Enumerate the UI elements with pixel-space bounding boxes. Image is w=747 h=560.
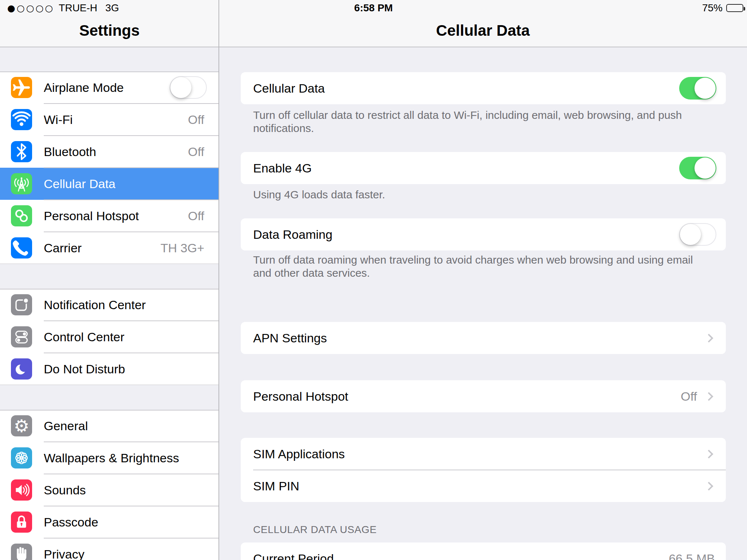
- sidebar-item-do-not-disturb[interactable]: Do Not Disturb: [0, 353, 219, 385]
- sidebar-item-label: Privacy: [44, 547, 84, 560]
- cellular-data-toggle[interactable]: [679, 77, 716, 100]
- group-gap: [0, 264, 219, 289]
- hotspot-icon: [11, 205, 32, 226]
- current-period-row: Current Period 66.5 MB: [241, 542, 726, 560]
- bluetooth-icon: [11, 141, 32, 162]
- cellular-data-row: Cellular Data: [241, 72, 726, 104]
- enable-4g-row: Enable 4G: [241, 152, 726, 184]
- toggle-knob: [694, 78, 716, 99]
- group-gap: [0, 385, 219, 410]
- sidebar-item-label: Airplane Mode: [44, 81, 124, 95]
- passcode-lock-icon: [11, 512, 32, 533]
- status-right: 75%: [702, 0, 743, 16]
- enable-4g-toggle[interactable]: [679, 157, 716, 179]
- sidebar-item-wifi[interactable]: Wi-Fi Off: [0, 104, 219, 136]
- row-value: 66.5 MB: [669, 552, 715, 560]
- sounds-icon: [11, 479, 32, 501]
- row-label: APN Settings: [253, 331, 327, 345]
- airplane-icon: [11, 77, 32, 98]
- data-roaming-card: Data Roaming: [241, 218, 726, 250]
- sidebar-title: Settings: [0, 22, 219, 39]
- data-roaming-footnote: Turn off data roaming when traveling to …: [253, 253, 713, 280]
- privacy-hand-icon: [11, 544, 32, 560]
- sidebar-group-general: ⚙ General Wallpapers & Brightness Sounds…: [0, 410, 219, 560]
- sidebar-item-general[interactable]: ⚙ General: [0, 410, 219, 442]
- navigation-bar: ●○○○○ TRUE-H 3G 6:58 PM 75% Settings Cel…: [0, 0, 747, 47]
- sidebar-item-label: Wallpapers & Brightness: [44, 451, 179, 465]
- chevron-right-icon: [704, 482, 713, 490]
- airplane-mode-toggle[interactable]: [170, 76, 207, 99]
- sidebar-item-value: TH 3G+: [160, 241, 204, 255]
- sim-card-group: SIM Applications SIM PIN: [241, 438, 726, 502]
- battery-icon: [726, 4, 743, 12]
- sidebar-group-centers: Notification Center Control Center Do No…: [0, 289, 219, 385]
- sim-applications-row[interactable]: SIM Applications: [241, 438, 726, 470]
- personal-hotspot-card: Personal Hotspot Off: [241, 380, 726, 412]
- sidebar-item-label: Sounds: [44, 483, 86, 497]
- sidebar-item-carrier[interactable]: Carrier TH 3G+: [0, 232, 219, 264]
- cellular-data-card: Cellular Data: [241, 72, 726, 104]
- sidebar-item-label: Control Center: [44, 330, 124, 344]
- wifi-icon: [11, 109, 32, 130]
- data-roaming-row: Data Roaming: [241, 218, 726, 250]
- chevron-right-icon: [704, 392, 713, 401]
- sidebar-item-airplane-mode[interactable]: Airplane Mode: [0, 71, 219, 104]
- sidebar-item-value: Off: [188, 209, 204, 223]
- row-label: Data Roaming: [253, 228, 332, 242]
- row-label: SIM PIN: [253, 479, 299, 493]
- pane-divider: [218, 0, 219, 560]
- settings-sidebar: Airplane Mode Wi-Fi Off Bluetooth Off: [0, 47, 219, 560]
- cellular-data-pane: Cellular Data Turn off cellular data to …: [219, 47, 747, 560]
- cellular-icon: [11, 173, 32, 194]
- personal-hotspot-row[interactable]: Personal Hotspot Off: [241, 380, 726, 412]
- row-label: Personal Hotspot: [253, 389, 348, 404]
- sidebar-group-radios: Airplane Mode Wi-Fi Off Bluetooth Off: [0, 71, 219, 264]
- carrier-phone-icon: [11, 237, 32, 258]
- data-roaming-toggle[interactable]: [679, 223, 716, 246]
- sidebar-item-passcode[interactable]: Passcode: [0, 506, 219, 538]
- current-period-card: Current Period 66.5 MB: [241, 542, 726, 560]
- sidebar-item-personal-hotspot[interactable]: Personal Hotspot Off: [0, 200, 219, 232]
- sidebar-item-notification-center[interactable]: Notification Center: [0, 289, 219, 321]
- sim-pin-row[interactable]: SIM PIN: [241, 470, 726, 502]
- sidebar-item-bluetooth[interactable]: Bluetooth Off: [0, 136, 219, 168]
- row-value: Off: [681, 389, 697, 404]
- control-center-icon: [11, 326, 32, 347]
- sidebar-item-value: Off: [188, 113, 204, 127]
- apn-settings-row[interactable]: APN Settings: [241, 322, 726, 354]
- sidebar-item-value: Off: [188, 145, 204, 159]
- page-title: Cellular Data: [219, 22, 747, 39]
- sidebar-item-label: Wi-Fi: [44, 113, 73, 127]
- chevron-right-icon: [704, 334, 713, 342]
- enable-4g-footnote: Using 4G loads data faster.: [253, 188, 713, 201]
- wallpapers-icon: [11, 447, 32, 468]
- sidebar-item-label: Cellular Data: [44, 177, 116, 191]
- sidebar-item-privacy[interactable]: Privacy: [0, 538, 219, 560]
- sidebar-item-label: Personal Hotspot: [44, 209, 139, 223]
- toggle-knob: [694, 158, 716, 179]
- sidebar-item-label: Bluetooth: [44, 145, 96, 159]
- notification-center-icon: [11, 294, 32, 315]
- sidebar-item-sounds[interactable]: Sounds: [0, 474, 219, 506]
- sidebar-item-label: Notification Center: [44, 298, 146, 312]
- row-label: SIM Applications: [253, 447, 345, 461]
- sidebar-item-cellular-data[interactable]: Cellular Data: [0, 168, 219, 200]
- do-not-disturb-icon: [11, 358, 32, 380]
- enable-4g-card: Enable 4G: [241, 152, 726, 184]
- row-label: Current Period: [253, 552, 334, 560]
- sidebar-item-label: Do Not Disturb: [44, 362, 125, 376]
- battery-percent: 75%: [702, 2, 723, 14]
- sidebar-item-control-center[interactable]: Control Center: [0, 321, 219, 353]
- group-gap: [0, 47, 219, 71]
- sidebar-item-label: General: [44, 419, 88, 433]
- toggle-knob: [680, 224, 701, 245]
- chevron-right-icon: [704, 450, 713, 458]
- cellular-data-usage-header: CELLULAR DATA USAGE: [253, 524, 377, 536]
- gear-icon: ⚙: [11, 415, 32, 436]
- toggle-knob: [170, 77, 191, 98]
- sidebar-item-wallpapers-brightness[interactable]: Wallpapers & Brightness: [0, 442, 219, 474]
- status-time: 6:58 PM: [0, 0, 747, 16]
- apn-settings-card: APN Settings: [241, 322, 726, 354]
- sidebar-item-label: Passcode: [44, 515, 98, 529]
- battery-nub: [744, 7, 746, 11]
